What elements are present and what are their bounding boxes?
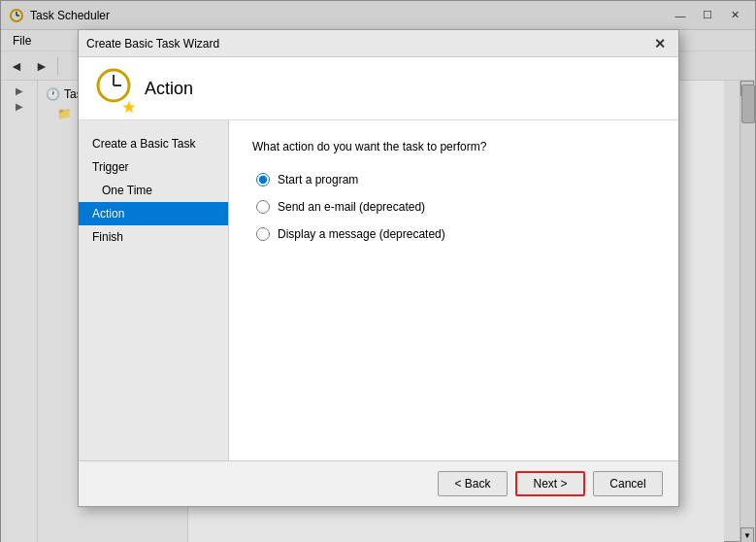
radio-send-email-label: Send an e-mail (deprecated) (278, 200, 425, 214)
clock-svg-icon (95, 67, 132, 104)
wizard-sidebar: Create a Basic Task Trigger One Time Act… (79, 120, 229, 460)
dialog-footer: < Back Next > Cancel (79, 460, 678, 506)
next-button[interactable]: Next > (515, 471, 585, 496)
dialog-header-title: Action (145, 79, 193, 99)
radio-start-program[interactable]: Start a program (256, 173, 655, 186)
wizard-step-action[interactable]: Action (79, 202, 228, 225)
radio-send-email-input[interactable] (256, 200, 270, 214)
cancel-button[interactable]: Cancel (593, 471, 663, 496)
dialog-title: Create Basic Task Wizard (86, 37, 649, 51)
wizard-step-trigger[interactable]: Trigger (79, 155, 228, 179)
dialog-overlay: Create Basic Task Wizard ✕ Action (0, 0, 756, 542)
wizard-step-create[interactable]: Create a Basic Task (79, 132, 228, 155)
dialog-close-button[interactable]: ✕ (649, 34, 671, 53)
radio-send-email[interactable]: Send an e-mail (deprecated) (256, 200, 655, 214)
wizard-step-onetime[interactable]: One Time (79, 179, 228, 202)
dialog-title-bar: Create Basic Task Wizard ✕ (79, 30, 678, 57)
radio-display-message[interactable]: Display a message (deprecated) (256, 227, 655, 241)
wizard-step-finish[interactable]: Finish (79, 225, 228, 249)
radio-display-message-label: Display a message (deprecated) (278, 227, 445, 241)
radio-display-message-input[interactable] (256, 227, 270, 241)
back-button[interactable]: < Back (438, 471, 508, 496)
dialog-header: Action (79, 57, 678, 120)
radio-start-program-input[interactable] (256, 173, 270, 186)
radio-start-program-label: Start a program (278, 173, 358, 186)
clock-icon-container (95, 67, 132, 111)
wizard-question: What action do you want the task to perf… (252, 140, 655, 153)
dialog-header-icon-wrap (94, 69, 133, 108)
dialog-body: Create a Basic Task Trigger One Time Act… (79, 120, 678, 460)
wizard-radio-group: Start a program Send an e-mail (deprecat… (256, 173, 655, 241)
wizard-dialog: Create Basic Task Wizard ✕ Action (78, 29, 679, 507)
wizard-main-content: What action do you want the task to perf… (229, 120, 678, 460)
